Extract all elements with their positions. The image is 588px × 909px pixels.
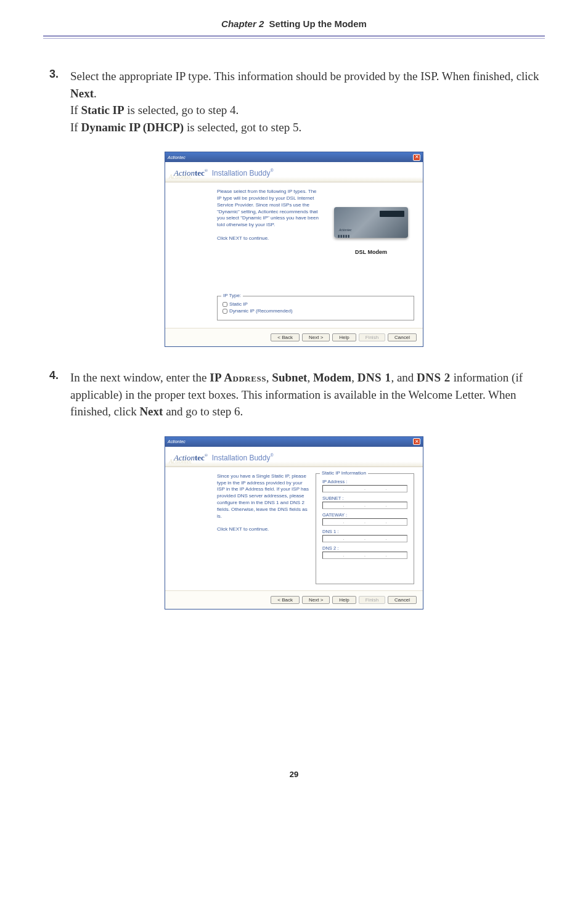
step-number: 3. bbox=[49, 68, 70, 136]
dns2-input[interactable]: ... bbox=[322, 552, 407, 559]
finish-button: Finish bbox=[359, 596, 385, 604]
step-body: In the next window, enter the IP Address… bbox=[70, 369, 545, 420]
step-3: 3. Select the appropriate IP type. This … bbox=[49, 68, 545, 136]
group-legend: IP Type: bbox=[221, 293, 243, 298]
dns1-label: DNS 1 : bbox=[322, 529, 407, 534]
installer-dialog-ip-type: Actiontec ✕ Actiontec® Installation Budd… bbox=[165, 152, 423, 347]
next-button[interactable]: Next > bbox=[302, 596, 330, 604]
installer-dialog-static-ip: Actiontec ✕ Actiontec® Installation Budd… bbox=[165, 436, 423, 609]
help-button[interactable]: Help bbox=[332, 596, 356, 604]
back-button[interactable]: < Back bbox=[271, 333, 300, 341]
step-body: Select the appropriate IP type. This inf… bbox=[70, 68, 545, 136]
group-legend: Static IP Information bbox=[320, 470, 368, 476]
ip-type-group: IP Type: Static IP Dynamic IP (Recommend… bbox=[217, 296, 414, 320]
brand-bar: Actiontec® Installation Buddy® Actiontec bbox=[165, 162, 423, 182]
gateway-input[interactable]: ... bbox=[322, 518, 407, 526]
chapter-header: Chapter 2 Setting Up the Modem bbox=[43, 18, 545, 37]
cancel-button[interactable]: Cancel bbox=[388, 333, 417, 341]
dns2-label: DNS 2 : bbox=[322, 545, 407, 551]
dynamic-ip-checkbox[interactable] bbox=[223, 309, 227, 314]
next-button[interactable]: Next > bbox=[302, 333, 330, 341]
option-static-ip[interactable]: Static IP bbox=[223, 301, 409, 307]
titlebar-text: Actiontec bbox=[168, 155, 413, 160]
modem-image: DSL Modem Actiontec ▮▮▮▮▮ bbox=[334, 207, 408, 238]
titlebar-text: Actiontec bbox=[168, 439, 413, 444]
page-number: 29 bbox=[43, 770, 545, 779]
back-button[interactable]: < Back bbox=[271, 596, 300, 604]
finish-button: Finish bbox=[359, 333, 385, 341]
step-4: 4. In the next window, enter the IP Addr… bbox=[49, 369, 545, 420]
step-number: 4. bbox=[49, 369, 70, 420]
instructions-text: Since you have a Single Static IP, pleas… bbox=[217, 473, 309, 584]
option-dynamic-ip[interactable]: Dynamic IP (Recommended) bbox=[223, 308, 409, 314]
subnet-input[interactable]: ... bbox=[322, 502, 407, 509]
modem-caption: DSL Modem bbox=[355, 249, 387, 255]
help-button[interactable]: Help bbox=[332, 333, 356, 341]
chapter-label: Chapter 2 bbox=[221, 18, 264, 29]
titlebar: Actiontec ✕ bbox=[165, 152, 423, 162]
close-icon[interactable]: ✕ bbox=[413, 154, 420, 161]
gateway-label: GATEWAY : bbox=[322, 512, 407, 518]
dns1-input[interactable]: ... bbox=[322, 535, 407, 542]
ip-address-input[interactable]: ... bbox=[322, 485, 407, 492]
cancel-button[interactable]: Cancel bbox=[388, 596, 417, 604]
ip-address-label: IP Address : bbox=[322, 479, 407, 484]
static-ip-group: Static IP Information IP Address : ... S… bbox=[316, 473, 414, 584]
close-icon[interactable]: ✕ bbox=[413, 438, 420, 445]
brand-bar: Actiontec® Installation Buddy® Actiontec bbox=[165, 447, 423, 467]
chapter-title: Setting Up the Modem bbox=[269, 18, 367, 29]
subnet-label: SUBNET : bbox=[322, 495, 407, 501]
instructions-text: Please select from the following IP type… bbox=[217, 189, 319, 287]
static-ip-checkbox[interactable] bbox=[223, 302, 227, 307]
titlebar: Actiontec ✕ bbox=[165, 437, 423, 447]
